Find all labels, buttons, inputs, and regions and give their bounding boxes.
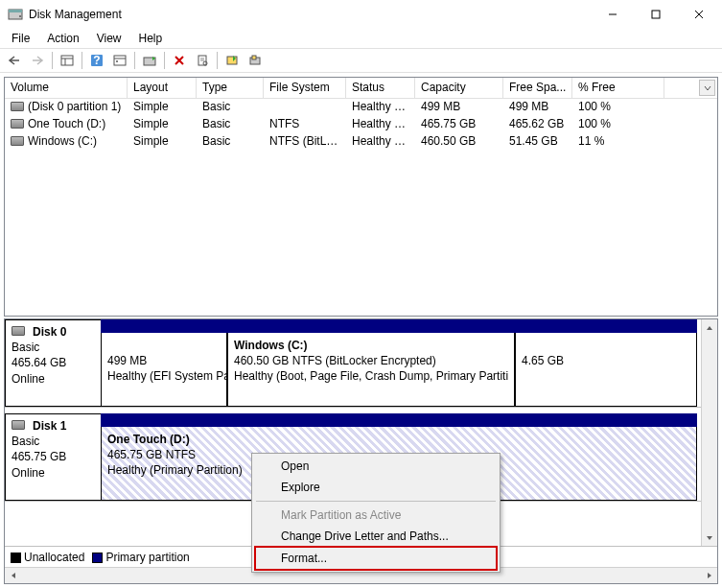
cell: NTFS (264, 116, 346, 133)
vertical-scrollbar[interactable] (701, 319, 717, 546)
partition[interactable]: Windows (C:)460.50 GB NTFS (BitLocker En… (227, 319, 515, 407)
svg-rect-12 (114, 56, 126, 65)
delete-button[interactable] (169, 50, 190, 71)
cell: 465.75 GB (415, 116, 503, 133)
window-title: Disk Management (29, 8, 591, 21)
column-header[interactable]: File System (264, 78, 346, 98)
toolbar-separator (82, 52, 82, 69)
partition-body: 499 MBHealthy (EFI System Par (101, 333, 227, 407)
cell: Healthy (P... (346, 116, 415, 133)
column-header[interactable]: Volume (5, 78, 128, 98)
column-header[interactable]: % Free (572, 78, 664, 98)
partition[interactable]: 499 MBHealthy (EFI System Par (101, 319, 227, 407)
swatch-black-icon (11, 553, 21, 563)
disk-state: Online (12, 371, 95, 387)
partition-title: One Touch (D:) (107, 432, 690, 447)
title-bar: Disk Management (0, 0, 722, 29)
settings-button[interactable] (109, 50, 130, 71)
toolbar-separator (164, 52, 165, 69)
partition-header-bar (227, 319, 515, 333)
cell: Simple (128, 133, 197, 151)
menu-help[interactable]: Help (131, 30, 171, 47)
disk-name: Disk 0 (33, 324, 66, 340)
cell: Basic (197, 133, 264, 151)
legend-unallocated: Unallocated (11, 551, 84, 564)
disk-info[interactable]: Disk 1Basic465.75 GBOnline (5, 413, 101, 501)
scroll-left-icon[interactable] (5, 568, 21, 583)
legend-primary: Primary partition (92, 551, 189, 564)
disk-icon (12, 326, 25, 336)
swatch-blue-icon (92, 553, 103, 563)
legend-unallocated-label: Unallocated (24, 551, 84, 564)
toolbar-separator (134, 52, 135, 69)
cell: Windows (C:) (5, 133, 128, 151)
svg-point-2 (19, 15, 21, 17)
cell: 100 % (572, 99, 664, 116)
context-menu: Open Explore Mark Partition as Active Ch… (251, 453, 501, 573)
menu-bar: File Action View Help (0, 29, 722, 48)
close-button[interactable] (677, 1, 720, 28)
partition-line2: 4.65 GB (522, 353, 690, 368)
volume-icon (11, 102, 24, 111)
minimize-button[interactable] (591, 1, 634, 28)
refresh-button[interactable] (139, 50, 160, 71)
action1-button[interactable] (221, 50, 243, 71)
show-hide-button[interactable] (57, 50, 78, 71)
back-button[interactable] (4, 50, 25, 71)
volume-list-body: (Disk 0 partition 1)SimpleBasicHealthy (… (5, 99, 717, 151)
cell: Simple (128, 116, 197, 133)
volume-row[interactable]: Windows (C:)SimpleBasicNTFS (BitLo...Hea… (5, 133, 717, 151)
disk-info[interactable]: Disk 0Basic465.64 GBOnline (5, 319, 101, 407)
ctx-open[interactable]: Open (254, 456, 498, 477)
partition-header-bar (515, 319, 697, 333)
svg-rect-20 (227, 57, 237, 64)
column-header[interactable]: Type (197, 78, 264, 98)
cell (264, 99, 346, 116)
column-header[interactable]: Free Spa... (503, 78, 572, 98)
ctx-explore[interactable]: Explore (254, 477, 498, 498)
ctx-separator (256, 501, 496, 502)
partition-line3: Healthy (Boot, Page File, Crash Dump, Pr… (234, 368, 508, 384)
properties-button[interactable] (192, 50, 213, 71)
column-header[interactable]: Status (346, 78, 415, 98)
action2-button[interactable] (245, 50, 266, 71)
ctx-change-letter[interactable]: Change Drive Letter and Paths... (254, 526, 498, 547)
disk-row: Disk 0Basic465.64 GBOnline 499 MBHealthy… (5, 319, 701, 408)
menu-action[interactable]: Action (39, 30, 86, 47)
toolbar-separator (217, 52, 218, 69)
cell: Simple (128, 99, 197, 116)
menu-file[interactable]: File (4, 30, 37, 47)
partition-body: Windows (C:)460.50 GB NTFS (BitLocker En… (227, 333, 515, 407)
svg-point-14 (116, 60, 118, 62)
partitions: 499 MBHealthy (EFI System ParWindows (C:… (101, 319, 701, 407)
partition-line3: Healthy (EFI System Par (107, 368, 221, 384)
scroll-right-icon[interactable] (701, 568, 717, 583)
volume-row[interactable]: One Touch (D:)SimpleBasicNTFSHealthy (P.… (5, 116, 717, 133)
partition[interactable]: 4.65 GB (515, 319, 697, 407)
cell: 465.62 GB (503, 116, 572, 133)
app-icon (8, 7, 23, 22)
volume-row[interactable]: (Disk 0 partition 1)SimpleBasicHealthy (… (5, 99, 717, 116)
cell: (Disk 0 partition 1) (5, 99, 128, 116)
window-buttons (591, 1, 720, 28)
maximize-button[interactable] (634, 1, 677, 28)
cell: Basic (197, 99, 264, 116)
column-options-button[interactable] (699, 80, 715, 96)
forward-button[interactable] (27, 50, 48, 71)
disk-kind: Basic (12, 434, 95, 449)
ctx-format[interactable]: Format... (254, 546, 498, 571)
scroll-up-icon[interactable] (702, 319, 717, 336)
cell: Basic (197, 116, 264, 133)
cell: 51.45 GB (503, 133, 572, 151)
ctx-mark-active: Mark Partition as Active (254, 505, 498, 526)
volume-icon (11, 136, 24, 146)
volume-icon (11, 119, 24, 129)
scroll-down-icon[interactable] (702, 529, 717, 546)
help-button[interactable]: ? (86, 50, 107, 71)
cell: 460.50 GB (415, 133, 503, 151)
column-header[interactable]: Layout (128, 78, 197, 98)
menu-view[interactable]: View (89, 30, 129, 47)
column-header[interactable]: Capacity (415, 78, 503, 98)
partition-header-bar (101, 413, 697, 427)
partition-body: 4.65 GB (515, 333, 697, 407)
